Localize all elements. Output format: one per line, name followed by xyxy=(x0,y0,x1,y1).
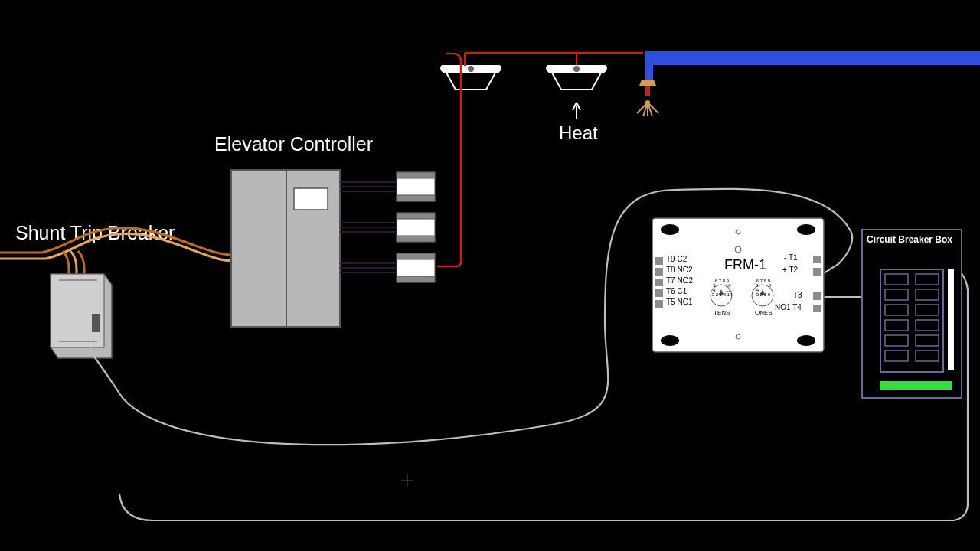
svg-rect-12 xyxy=(397,172,435,178)
svg-rect-54 xyxy=(948,269,954,370)
frm1-module-icon xyxy=(652,218,824,352)
svg-rect-14 xyxy=(397,213,435,219)
svg-rect-34 xyxy=(655,289,663,297)
t1: T1 xyxy=(789,253,798,262)
svg-rect-17 xyxy=(397,276,435,282)
shunt-trip-breaker-icon xyxy=(51,274,112,358)
svg-rect-51 xyxy=(916,335,939,346)
t5: T5 xyxy=(666,298,675,306)
svg-rect-42 xyxy=(885,274,908,285)
sprinkler-icon xyxy=(637,80,658,116)
svg-rect-20 xyxy=(92,314,100,332)
svg-point-4 xyxy=(468,66,474,72)
diagram-canvas: Shunt Trip Breaker Elevator Controller H… xyxy=(0,0,980,551)
svg-rect-1 xyxy=(645,51,653,80)
svg-point-22 xyxy=(661,224,679,235)
svg-point-5 xyxy=(573,66,580,72)
svg-rect-15 xyxy=(397,236,435,242)
svg-rect-47 xyxy=(916,305,939,315)
svg-rect-52 xyxy=(885,350,908,361)
svg-rect-35 xyxy=(655,300,663,308)
heat-detector-2-icon xyxy=(546,65,607,90)
t6: T6 xyxy=(666,287,675,295)
svg-rect-53 xyxy=(916,350,939,361)
c1: C1 xyxy=(677,287,687,295)
cursor-crosshair-icon xyxy=(401,474,413,487)
wire-red xyxy=(437,54,461,266)
plus: + xyxy=(782,266,787,274)
svg-rect-39 xyxy=(813,305,821,312)
svg-point-23 xyxy=(797,224,815,235)
ones-label: ONES xyxy=(755,309,773,316)
t8: T8 xyxy=(666,266,675,274)
svg-rect-33 xyxy=(655,279,663,286)
svg-rect-16 xyxy=(397,253,435,259)
svg-rect-32 xyxy=(655,268,663,276)
ones-ticks: 6 7 8 95 04 3 2 1 0 xyxy=(749,279,778,297)
svg-rect-45 xyxy=(916,289,939,300)
nc1: NC1 xyxy=(677,298,692,306)
svg-rect-13 xyxy=(397,195,435,201)
t9: T9 xyxy=(666,255,675,263)
svg-rect-37 xyxy=(813,268,821,276)
svg-rect-48 xyxy=(885,320,908,331)
t3: T3 xyxy=(793,291,802,299)
t4: T4 xyxy=(792,303,802,311)
svg-rect-50 xyxy=(885,335,908,346)
tens-ticks: 6 7 8 95 104 113 2 1 0 14 xyxy=(707,279,737,297)
minus: - xyxy=(784,253,786,262)
svg-rect-46 xyxy=(885,305,908,315)
t7: T7 xyxy=(666,276,675,285)
svg-rect-36 xyxy=(813,256,821,263)
svg-rect-38 xyxy=(813,292,821,300)
elevator-controller-icon xyxy=(231,170,340,327)
svg-rect-44 xyxy=(885,289,908,300)
svg-rect-8 xyxy=(294,188,328,210)
svg-rect-2 xyxy=(645,86,650,96)
svg-rect-31 xyxy=(655,257,663,265)
wiring-svg xyxy=(0,0,980,551)
svg-rect-0 xyxy=(645,51,980,65)
svg-point-24 xyxy=(661,335,679,346)
svg-rect-55 xyxy=(880,381,952,390)
heat-detector-1-icon xyxy=(440,65,501,90)
svg-rect-21 xyxy=(652,218,824,352)
svg-point-25 xyxy=(797,335,815,346)
tens-label: TENS xyxy=(714,309,730,316)
t2: T2 xyxy=(789,266,798,274)
nc2: NC2 xyxy=(677,266,692,274)
c2: C2 xyxy=(677,255,687,263)
no2: NO2 xyxy=(677,276,693,285)
relay-modules-icon xyxy=(397,172,435,282)
svg-rect-49 xyxy=(916,320,939,331)
circuit-breaker-box-label: Circuit Breaker Box xyxy=(867,234,952,245)
frm1-title: FRM-1 xyxy=(724,257,766,273)
svg-marker-19 xyxy=(51,274,104,347)
no1: NO1 xyxy=(775,303,791,311)
circuit-breaker-box-icon xyxy=(862,230,962,398)
svg-rect-43 xyxy=(916,274,939,285)
